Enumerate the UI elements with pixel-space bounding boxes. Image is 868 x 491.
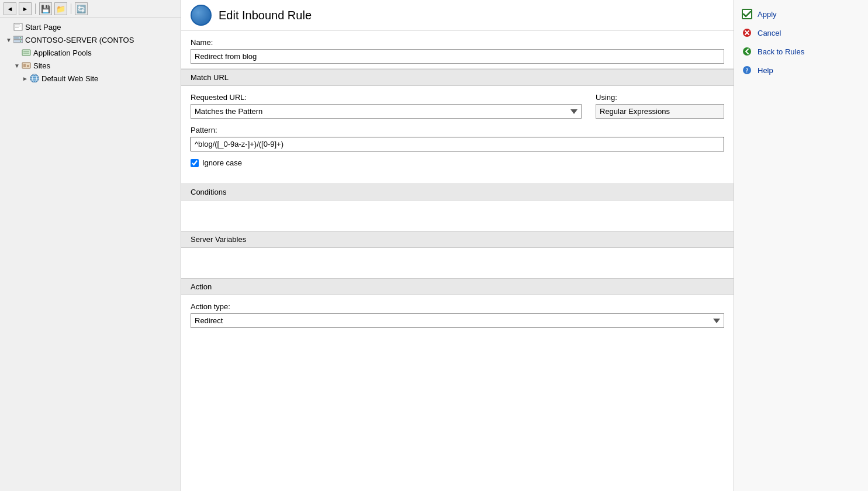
ignore-case-label[interactable]: Ignore case	[202, 158, 242, 167]
back-to-rules-action[interactable]: Back to Rules	[734, 42, 868, 61]
conditions-content	[181, 200, 734, 229]
svg-rect-2	[15, 26, 21, 26]
help-label: Help	[758, 66, 773, 75]
using-input	[596, 104, 724, 119]
server-variables-section: Server Variables	[181, 231, 734, 276]
help-icon: ?	[741, 64, 753, 76]
action-section: Action Action type: Redirect None Rewrit…	[181, 278, 734, 335]
toolbar: ◄ ► 💾 📁 🔄	[0, 0, 181, 18]
sidebar-item-label: Default Web Site	[42, 74, 98, 83]
forward-button[interactable]: ►	[19, 2, 32, 15]
sidebar-item-label: Start Page	[25, 23, 61, 32]
cancel-icon	[741, 27, 753, 39]
cancel-label: Cancel	[758, 29, 781, 37]
sidebar-item-app-pools[interactable]: Application Pools	[0, 46, 181, 59]
using-label: Using:	[596, 93, 724, 102]
website-icon	[29, 73, 40, 84]
toolbar-separator2	[71, 4, 71, 14]
cancel-action[interactable]: Cancel	[734, 23, 868, 42]
name-label: Name:	[191, 38, 724, 47]
svg-point-24	[743, 47, 751, 56]
requested-url-group: Requested URL: Matches the Pattern Does …	[191, 93, 582, 119]
arrow	[13, 50, 21, 56]
sidebar-item-label: CONTOSO-SERVER (CONTOS	[25, 36, 134, 44]
svg-rect-5	[13, 40, 23, 43]
svg-point-7	[20, 41, 21, 42]
toolbar-separator	[35, 4, 36, 14]
apply-icon	[741, 8, 753, 20]
using-group: Using:	[596, 93, 724, 119]
ignore-case-checkbox[interactable]	[191, 159, 199, 167]
arrow: ►	[21, 75, 29, 82]
requested-url-row: Requested URL: Matches the Pattern Does …	[191, 93, 724, 119]
svg-text:?: ?	[746, 67, 749, 74]
match-url-content: Requested URL: Matches the Pattern Does …	[181, 86, 734, 174]
content-header: Edit Inbound Rule	[181, 0, 734, 31]
tree: Start Page ▼ CONTOSO-SERVER (CONTOS	[0, 18, 181, 491]
header-globe-icon	[191, 5, 212, 26]
match-url-header[interactable]: Match URL	[181, 69, 734, 86]
pattern-input[interactable]	[191, 137, 724, 151]
sidebar-item-label: Application Pools	[33, 49, 92, 57]
action-type-group: Action type: Redirect None Rewrite Custo…	[191, 302, 724, 328]
match-url-section: Match URL Requested URL: Matches the Pat…	[181, 69, 734, 174]
server-icon	[13, 34, 23, 45]
back-to-rules-label: Back to Rules	[758, 47, 804, 56]
form-scroll-area[interactable]: Name: Match URL Requested URL: Matches t…	[181, 31, 734, 491]
server-variables-header[interactable]: Server Variables	[181, 231, 734, 248]
requested-url-dropdown[interactable]: Matches the Pattern Does Not Match the P…	[191, 104, 582, 119]
save-button[interactable]: 💾	[39, 2, 52, 15]
arrow: ▼	[5, 37, 13, 43]
svg-rect-8	[14, 37, 19, 39]
apply-action[interactable]: Apply	[734, 5, 868, 23]
conditions-section: Conditions	[181, 184, 734, 229]
sidebar-item-label: Sites	[33, 61, 50, 70]
sites-icon	[21, 60, 32, 71]
pattern-group: Pattern:	[191, 126, 724, 151]
back-button[interactable]: ◄	[4, 2, 16, 15]
name-input[interactable]	[191, 49, 724, 64]
back-icon	[741, 46, 753, 57]
content-wrapper: Edit Inbound Rule Name: Match URL Reques…	[181, 0, 734, 491]
requested-url-label: Requested URL:	[191, 93, 582, 102]
help-action[interactable]: ? Help	[734, 61, 868, 79]
arrow: ▼	[13, 63, 21, 69]
action-type-label: Action type:	[191, 302, 724, 311]
server-variables-content	[181, 248, 734, 276]
action-header[interactable]: Action	[181, 278, 734, 295]
svg-point-6	[20, 37, 21, 39]
svg-rect-3	[15, 27, 19, 27]
refresh-button[interactable]: 🔄	[75, 2, 88, 15]
sidebar-item-server[interactable]: ▼ CONTOSO-SERVER (CONTOS	[0, 33, 181, 46]
sidebar-item-default-web[interactable]: ► Default Web Site	[0, 72, 181, 85]
svg-rect-14	[27, 65, 29, 67]
svg-rect-11	[23, 53, 29, 54]
svg-rect-10	[23, 51, 29, 52]
page-icon	[13, 22, 23, 32]
ignore-case-row: Ignore case	[191, 158, 724, 167]
sidebar: ◄ ► 💾 📁 🔄 Start Page ▼	[0, 0, 181, 491]
svg-rect-1	[15, 25, 20, 25]
right-panel: Apply Cancel Back to Rules	[734, 0, 868, 491]
pools-icon	[21, 47, 32, 58]
pattern-label: Pattern:	[191, 126, 724, 134]
action-content: Action type: Redirect None Rewrite Custo…	[181, 295, 734, 335]
name-section: Name:	[181, 31, 734, 69]
arrow	[5, 24, 13, 30]
sidebar-item-start-page[interactable]: Start Page	[0, 20, 181, 33]
main-wrapper: Edit Inbound Rule Name: Match URL Reques…	[181, 0, 868, 491]
folder-button[interactable]: 📁	[54, 2, 67, 15]
svg-rect-13	[23, 64, 26, 67]
page-title: Edit Inbound Rule	[219, 9, 312, 22]
sidebar-item-sites[interactable]: ▼ Sites	[0, 59, 181, 72]
conditions-header[interactable]: Conditions	[181, 184, 734, 200]
action-type-dropdown[interactable]: Redirect None Rewrite Custom Response Ab…	[191, 313, 724, 328]
apply-label: Apply	[758, 10, 777, 19]
